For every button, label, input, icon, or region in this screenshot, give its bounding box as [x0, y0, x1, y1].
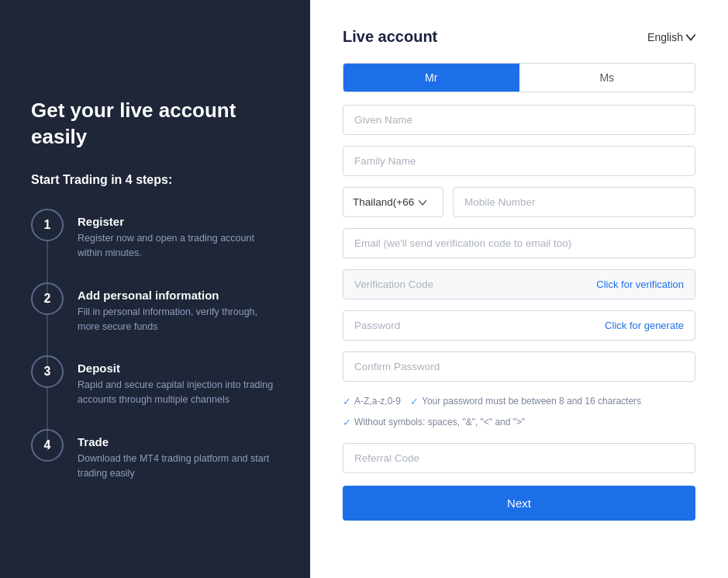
- step-3: 3 Deposit Rapid and secure capital injec…: [31, 355, 279, 429]
- step-3-title: Deposit: [78, 362, 279, 375]
- step-4: 4 Trade Download the MT4 trading platfor…: [31, 429, 279, 481]
- step-3-desc: Rapid and secure capital injection into …: [78, 378, 279, 407]
- steps-list: 1 Register Register now and open a tradi…: [31, 209, 279, 480]
- phone-row: Thailand(+66: [343, 187, 695, 217]
- referral-code-input[interactable]: [343, 443, 695, 473]
- country-code-label: Thailand(+66: [353, 196, 414, 208]
- step-4-title: Trade: [78, 435, 279, 448]
- left-panel: Get your live account easily Start Tradi…: [0, 0, 310, 578]
- hint-alphanumeric: ✓ A-Z,a-z,0-9: [343, 393, 401, 410]
- country-chevron-icon: [419, 199, 426, 206]
- check-icon-2: ✓: [410, 393, 419, 410]
- chevron-down-icon: [686, 33, 695, 42]
- step-4-desc: Download the MT4 trading platform and st…: [78, 452, 279, 481]
- hints-row: ✓ A-Z,a-z,0-9 ✓ Your password must be be…: [343, 393, 695, 432]
- check-icon-3: ✓: [343, 414, 351, 431]
- step-2-desc: Fill in personal information, verify thr…: [78, 305, 279, 334]
- headline: Get your live account easily: [31, 98, 279, 151]
- step-2: 2 Add personal information Fill in perso…: [31, 282, 279, 356]
- check-icon-1: ✓: [343, 393, 351, 410]
- form-title: Live account: [343, 28, 437, 46]
- step-3-content: Deposit Rapid and secure capital injecti…: [78, 355, 279, 407]
- confirm-password-input[interactable]: [343, 351, 695, 382]
- step-4-circle: 4: [31, 429, 64, 462]
- password-hints: ✓ A-Z,a-z,0-9 ✓ Your password must be be…: [343, 393, 695, 432]
- family-name-input[interactable]: [343, 146, 695, 176]
- email-input[interactable]: [343, 228, 695, 258]
- step-1-circle: 1: [31, 209, 64, 241]
- language-label: English: [647, 31, 683, 43]
- password-field: Click for generate: [343, 310, 695, 341]
- click-for-verification-link[interactable]: Click for verification: [585, 270, 695, 299]
- hint-no-symbols: ✓ Without symbols: spaces, "&", "<" and …: [343, 414, 525, 431]
- steps-subtitle: Start Trading in 4 steps:: [31, 173, 279, 187]
- given-name-input[interactable]: [343, 105, 695, 135]
- verification-code-input[interactable]: [343, 270, 585, 299]
- password-input[interactable]: [343, 311, 594, 340]
- hint-length: ✓ Your password must be between 8 and 16…: [410, 393, 641, 410]
- verification-code-field: Click for verification: [343, 269, 695, 299]
- step-2-title: Add personal information: [78, 289, 279, 302]
- step-1: 1 Register Register now and open a tradi…: [31, 209, 279, 282]
- step-4-content: Trade Download the MT4 trading platform …: [78, 429, 279, 481]
- mr-button[interactable]: Mr: [343, 64, 519, 92]
- step-2-content: Add personal information Fill in persona…: [78, 282, 279, 334]
- step-1-title: Register: [78, 215, 279, 228]
- step-3-circle: 3: [31, 355, 64, 388]
- right-header: Live account English: [343, 28, 695, 46]
- next-button[interactable]: Next: [343, 486, 695, 521]
- language-selector[interactable]: English: [647, 31, 695, 43]
- click-for-generate-link[interactable]: Click for generate: [594, 311, 695, 340]
- step-2-circle: 2: [31, 282, 64, 315]
- right-panel: Live account English Mr Ms Thailand(+66 …: [310, 0, 728, 578]
- mobile-number-input[interactable]: [453, 187, 695, 217]
- ms-button[interactable]: Ms: [519, 64, 695, 92]
- step-1-content: Register Register now and open a trading…: [78, 209, 279, 261]
- step-1-desc: Register now and open a trading account …: [78, 231, 279, 261]
- country-code-selector[interactable]: Thailand(+66: [343, 187, 443, 217]
- gender-toggle[interactable]: Mr Ms: [343, 63, 695, 92]
